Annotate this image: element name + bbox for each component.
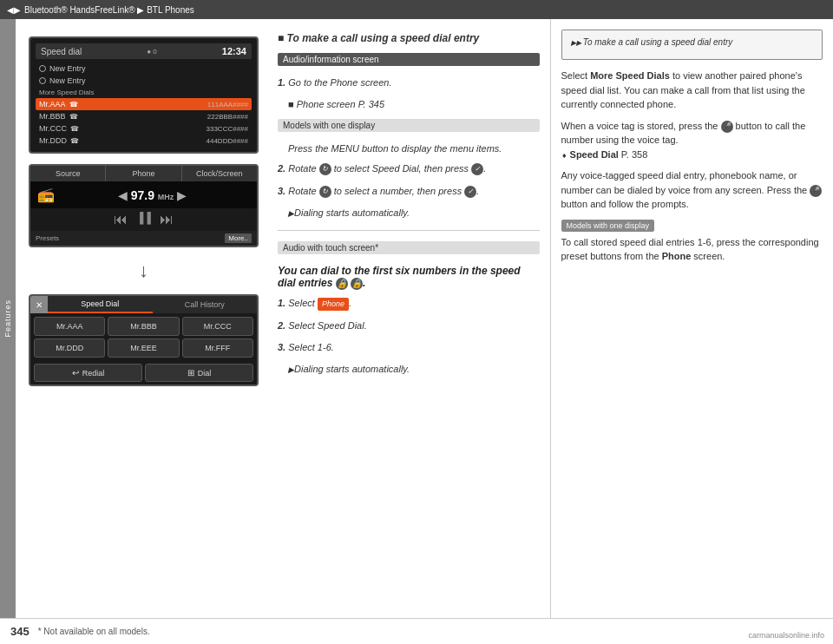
icon-symbols-2: 🔒 bbox=[351, 278, 363, 290]
btn-mr-fff[interactable]: Mr.FFF bbox=[182, 338, 253, 358]
next-track-icon[interactable]: ⏭ bbox=[160, 212, 174, 227]
audio-step-3: 3. Select 1-6. bbox=[278, 341, 540, 354]
step-1: 1. Go to the Phone screen. bbox=[278, 76, 540, 89]
main-section-title: ■ To make a call using a speed dial entr… bbox=[278, 32, 540, 44]
screen-time: 12:34 bbox=[222, 46, 246, 56]
radio-display: 📻 ◀ 97.9 MHz ▶ bbox=[30, 181, 257, 208]
more-label: More.. bbox=[225, 233, 252, 243]
knob-icon: ↻ bbox=[319, 163, 331, 175]
screen-item-new-entry-2: New Entry bbox=[36, 75, 252, 87]
radio-next[interactable]: ▶ bbox=[177, 188, 187, 202]
call-history-tab[interactable]: Call History bbox=[153, 297, 258, 312]
audio-info-badge: Audio/information screen bbox=[278, 53, 540, 66]
menu-instruction: Press the MENU button to display the men… bbox=[288, 142, 540, 155]
speed-dial-ref: ⬧ Speed Dial P. 358 bbox=[561, 149, 648, 160]
play-icon[interactable]: ▐▐ bbox=[136, 212, 151, 227]
middle-panel: ■ To make a call using a speed dial entr… bbox=[267, 19, 550, 618]
footnote: * Not available on all models. bbox=[38, 627, 150, 636]
screen-item-more: More Speed Dials bbox=[36, 87, 252, 98]
icon-symbols: 🔒 bbox=[336, 278, 348, 290]
speed-dial-footer: ↩ Redial ⊞ Dial bbox=[30, 361, 257, 384]
radio-tabs: Source Phone Clock/Screen bbox=[30, 166, 257, 181]
main-content: Speed dial ● 0 12:34 New Entry New Entry… bbox=[16, 19, 833, 618]
right-para-2: When a voice tag is stored, press the 🎤 … bbox=[561, 119, 823, 162]
screen-item-mr-ccc: Mr.CCC ☎ 333CCC#### bbox=[36, 122, 252, 135]
radio-prev[interactable]: ◀ bbox=[118, 188, 128, 202]
audio-step-1: 1. Select Phone. bbox=[278, 297, 540, 310]
speed-dial-button-screen: ✕ Speed Dial Call History Mr.AAA Mr.BBB … bbox=[29, 294, 259, 386]
model-one-display-badge-right: Models with one display bbox=[561, 220, 655, 232]
source-tab[interactable]: Source bbox=[30, 166, 106, 181]
audio-touch-badge: Audio with touch screen* bbox=[278, 241, 540, 254]
screen-status-icons: ● 0 bbox=[147, 48, 157, 56]
speed-dial-list-screen: Speed dial ● 0 12:34 New Entry New Entry… bbox=[29, 36, 259, 154]
speed-dial-tab[interactable]: Speed Dial bbox=[48, 296, 153, 313]
radio-track-controls: ⏮ ▐▐ ⏭ bbox=[30, 208, 257, 231]
speed-dial-tabs: ✕ Speed Dial Call History bbox=[30, 296, 257, 313]
screen-item-mr-ddd: Mr.DDD ☎ 444DDD#### bbox=[36, 135, 252, 147]
callout-title: To make a call using a speed dial entry bbox=[571, 37, 814, 47]
step-3-result: ▶Dialing starts automatically. bbox=[288, 207, 540, 220]
radio-frequency: 97.9 MHz bbox=[131, 188, 174, 202]
radio-nav: ◀ 97.9 MHz ▶ bbox=[118, 188, 187, 202]
dial-btn[interactable]: ⊞ Dial bbox=[145, 364, 253, 382]
breadcrumb: Bluetooth® HandsFreeLink® ▶ BTL Phones bbox=[24, 5, 194, 15]
right-callout-box: To make a call using a speed dial entry bbox=[561, 30, 823, 60]
arrow-down: ↓ bbox=[29, 258, 259, 284]
phone-icon-ccc: ☎ bbox=[70, 125, 79, 133]
radio-btn-2 bbox=[39, 77, 46, 84]
redial-btn[interactable]: ↩ Redial bbox=[34, 364, 142, 382]
right-para-3: Any voice-tagged speed dial entry, phone… bbox=[561, 168, 823, 212]
btn-mr-aaa[interactable]: Mr.AAA bbox=[34, 317, 105, 336]
right-panel: To make a call using a speed dial entry … bbox=[550, 19, 834, 618]
btn-mr-ccc[interactable]: Mr.CCC bbox=[182, 317, 253, 336]
radio-bottom-bar: Presets More.. bbox=[30, 231, 257, 246]
radio-screen: Source Phone Clock/Screen 📻 ◀ 97.9 MHz ▶… bbox=[29, 164, 259, 247]
sidebar-label: Features bbox=[0, 19, 16, 618]
dial-icon: ⊞ bbox=[187, 368, 194, 378]
phone-button[interactable]: Phone bbox=[318, 298, 349, 311]
radio-btn bbox=[39, 65, 46, 72]
clock-tab[interactable]: Clock/Screen bbox=[182, 166, 257, 181]
step-1-sub: ■ Phone screen P. 345 bbox=[288, 98, 540, 111]
screen-item-mr-aaa: Mr.AAA ☎ 111AAA#### bbox=[36, 98, 252, 110]
top-nav-bar: ◀▶ Bluetooth® HandsFreeLink® ▶ BTL Phone… bbox=[0, 0, 833, 19]
screen-title: Speed dial bbox=[41, 47, 82, 56]
select-icon-2: ✓ bbox=[464, 186, 476, 198]
logo: carmanualsonline.info bbox=[748, 631, 824, 640]
phone-icon-bbb: ☎ bbox=[69, 113, 78, 121]
screen-header: Speed dial ● 0 12:34 bbox=[36, 43, 252, 59]
btn-mr-bbb[interactable]: Mr.BBB bbox=[108, 317, 179, 336]
phone-icon-ddd: ☎ bbox=[70, 137, 79, 145]
audio-step-2: 2. Select Speed Dial. bbox=[278, 319, 540, 332]
sidebar-text: Features bbox=[3, 299, 12, 338]
screen-item-new-entry-1: New Entry bbox=[36, 62, 252, 75]
presets-label: Presets bbox=[36, 234, 59, 242]
btn-mr-ddd[interactable]: Mr.DDD bbox=[34, 338, 105, 358]
mic-icon: 🎤 bbox=[810, 185, 822, 197]
triangle-icon-2: ▶ bbox=[288, 365, 294, 374]
screen-item-mr-bbb: Mr.BBB ☎ 222BBB#### bbox=[36, 110, 252, 122]
knob-icon-2: ↻ bbox=[319, 186, 331, 198]
voice-tag-icon: 🎤 bbox=[721, 121, 733, 133]
section-divider bbox=[278, 230, 540, 231]
prev-track-icon[interactable]: ⏮ bbox=[114, 212, 128, 227]
phone-icon-aaa: ☎ bbox=[69, 101, 78, 108]
phone-tab[interactable]: Phone bbox=[106, 166, 181, 181]
audio-touch-title: You can dial to the first six numbers in… bbox=[278, 265, 540, 290]
bottom-bar: 345 * Not available on all models. carma… bbox=[0, 618, 833, 644]
select-icon: ✓ bbox=[471, 163, 483, 175]
step-3: 3. Rotate ↻ to select a number, then pre… bbox=[278, 185, 540, 198]
radio-icon: 📻 bbox=[37, 187, 55, 203]
triangle-icon: ▶ bbox=[288, 209, 294, 218]
left-panel: Speed dial ● 0 12:34 New Entry New Entry… bbox=[16, 19, 267, 618]
right-para-1: Select More Speed Dials to view another … bbox=[561, 69, 823, 112]
redial-icon: ↩ bbox=[72, 368, 79, 378]
close-btn[interactable]: ✕ bbox=[30, 296, 48, 313]
btn-mr-eee[interactable]: Mr.EEE bbox=[108, 338, 179, 358]
page-number: 345 bbox=[10, 625, 30, 638]
step-2: 2. Rotate ↻ to select Speed Dial, then p… bbox=[278, 162, 540, 175]
audio-result: ▶Dialing starts automatically. bbox=[288, 363, 540, 376]
nav-icon-back: ◀▶ bbox=[7, 5, 21, 15]
speed-dial-grid: Mr.AAA Mr.BBB Mr.CCC Mr.DDD Mr.EEE Mr.FF… bbox=[30, 313, 257, 361]
